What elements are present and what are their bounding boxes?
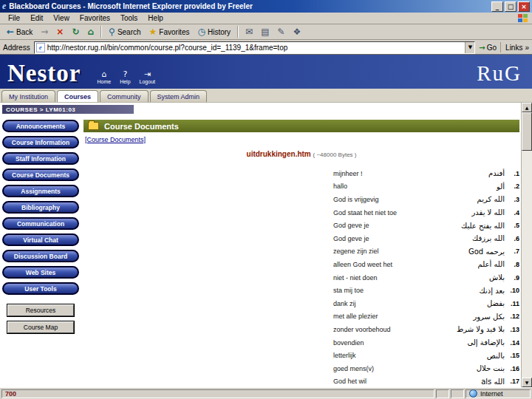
history-button[interactable]: ◷ History [194, 25, 234, 39]
banner-action-button[interactable]: ⌂ Home [97, 70, 111, 84]
arabic-text: als الله [481, 378, 505, 386]
menu-item[interactable]: Tools [115, 13, 143, 23]
sidebar-item[interactable]: Course Documents [2, 168, 79, 181]
favorites-button[interactable]: ★ Favorites [146, 25, 194, 39]
page-icon: e [36, 43, 45, 52]
scroll-down-arrow[interactable]: ▼ [522, 378, 532, 387]
favorites-label: Favorites [159, 28, 189, 36]
minimize-button[interactable]: _ [491, 1, 503, 12]
menu-bar: FileEditViewFavoritesToolsHelp [0, 13, 532, 24]
address-dropdown-arrow[interactable]: ▼ [465, 42, 474, 53]
zone-label: Internet [480, 390, 503, 398]
vertical-scrollbar[interactable]: ▲ ▼ [521, 103, 532, 387]
file-link[interactable]: uitdrukkingen.htm [247, 150, 311, 158]
row-number: .6 [508, 235, 519, 242]
close-button[interactable]: × [518, 1, 530, 12]
row-number: .5 [508, 222, 519, 229]
links-label: Links [505, 44, 522, 52]
search-button[interactable]: ⚲ Search [105, 25, 144, 39]
sidebar-tool-button[interactable]: Course Map [7, 321, 74, 333]
home-icon: ⌂ [87, 27, 94, 36]
content-title: Course Documents [104, 122, 179, 131]
banner-action-button[interactable]: ⇥ Logout [140, 70, 155, 84]
sidebar-item[interactable]: Announcements [2, 120, 79, 132]
dutch-text: met alle plezier [333, 313, 378, 320]
back-label: Back [16, 28, 33, 36]
arabic-text: بنت حلال [477, 364, 505, 372]
sidebar-item[interactable]: Staff Information [2, 152, 79, 165]
mail-icon: ✉ [245, 27, 253, 36]
menu-item[interactable]: View [48, 13, 75, 23]
print-button[interactable]: ▤ [257, 25, 273, 39]
arabic-cell: أفندم .1 [488, 169, 519, 177]
breadcrumb[interactable]: COURSES > LYM01:03 [2, 105, 134, 114]
arabic-text: الله لا يقدر [472, 208, 505, 216]
arabic-text: الله كريم [477, 195, 505, 203]
menu-item[interactable]: Edit [25, 13, 48, 23]
phrase-row: dank zij بفضل .11 [333, 297, 519, 310]
dutch-text: God het wil [333, 378, 366, 385]
phrase-row: zegene zijn ziel God يرحمه .7 [333, 245, 519, 259]
menu-item[interactable]: File [3, 13, 25, 23]
sidebar-item[interactable]: Web Sites [2, 266, 79, 279]
scroll-thumb[interactable] [522, 112, 532, 151]
address-input[interactable]: e http://nestor.rug.nl/bin/common/course… [34, 41, 476, 54]
discuss-button[interactable]: ❖ [290, 25, 305, 39]
arabic-text: بالإضافة إلى [467, 338, 505, 347]
forward-button[interactable]: → [37, 25, 52, 39]
sidebar-item[interactable]: User Tools [2, 282, 79, 295]
tab-system-admin[interactable]: System Admin [150, 90, 208, 102]
arabic-cell: ألو .2 [497, 183, 519, 191]
arabic-cell: الله لا يقدر .4 [472, 208, 519, 216]
sidebar-tool-button[interactable]: Resources [7, 304, 74, 316]
sidebar-item[interactable]: Bibliography [2, 201, 79, 214]
edit-button[interactable]: ✎ [273, 25, 288, 39]
tab-my-institution[interactable]: My Institution [1, 90, 55, 102]
arabic-text: بكل سرور [473, 313, 505, 321]
scroll-up-arrow[interactable]: ▲ [522, 103, 532, 112]
phrase-table: mijnheer ! أفندم .1 hallo ألو .2 [333, 167, 519, 388]
ie-logo-icon: e [2, 1, 6, 12]
home-button[interactable]: ⌂ [83, 25, 98, 39]
dutch-text: God is vrijgevig [333, 196, 379, 203]
row-number: .10 [508, 287, 519, 294]
stop-button[interactable]: × [52, 25, 67, 39]
phrase-row: God het wil als الله .17 [333, 375, 519, 389]
back-icon: ← [7, 27, 14, 36]
dutch-text: God staat het niet toe [333, 209, 397, 216]
go-button[interactable]: → Go [479, 44, 497, 52]
links-button[interactable]: Links » [500, 42, 529, 52]
banner-action-button[interactable]: ? Help [120, 70, 130, 84]
sidebar-item[interactable]: Virtual Chat [2, 233, 79, 246]
folder-breadcrumb-link[interactable]: [Course Documents] [85, 136, 146, 143]
tab-courses[interactable]: Courses [57, 90, 98, 102]
sidebar-item[interactable]: Assignments [2, 185, 79, 197]
row-number: .1 [508, 170, 519, 177]
mail-button[interactable]: ✉ [242, 25, 256, 39]
folder-icon [88, 122, 99, 130]
row-number: .17 [508, 378, 519, 385]
address-bar: Address e http://nestor.rug.nl/bin/commo… [0, 41, 532, 55]
file-line: uitdrukkingen.htm ( ~48000 Bytes ) [83, 150, 519, 158]
arabic-cell: بلاش .9 [489, 273, 519, 282]
tab-community[interactable]: Community [100, 90, 149, 102]
back-button[interactable]: ← Back [3, 25, 36, 39]
go-label: Go [487, 44, 497, 52]
window-title: Blackboard Courses - Microsoft Internet … [9, 2, 488, 10]
search-label: Search [117, 28, 141, 36]
maximize-button[interactable]: □ [505, 1, 516, 12]
sidebar-item[interactable]: Communication [2, 217, 79, 230]
links-chevron-icon: » [525, 44, 529, 52]
toolbar: ← Back → × ↻ ⌂ ⚲ Search ★ Favorites ◷ Hi… [0, 24, 532, 40]
menu-item[interactable]: Help [143, 13, 168, 23]
row-number: .2 [508, 183, 519, 190]
arabic-cell: بكل سرور .12 [473, 313, 519, 321]
sidebar-item[interactable]: Discussion Board [2, 250, 79, 262]
arabic-cell: الله يفتح عليك .5 [461, 222, 519, 230]
arabic-cell: بعد إذنك .10 [480, 287, 519, 295]
menu-item[interactable]: Favorites [75, 13, 115, 23]
refresh-button[interactable]: ↻ [68, 25, 83, 39]
phrase-row: hallo ألو .2 [333, 180, 519, 194]
course-menu-tools: ResourcesCourse Map [2, 304, 79, 333]
sidebar-item[interactable]: Course Information [2, 136, 79, 149]
